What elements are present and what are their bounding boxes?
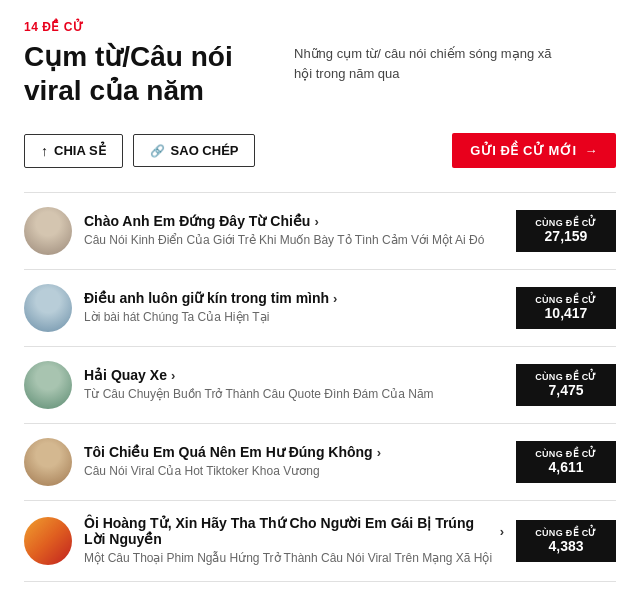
- action-row: CHIA SẺ SAO CHÉP GỬI ĐỀ CỬ MỚI: [24, 133, 616, 168]
- arrow-right-icon: [585, 143, 599, 158]
- item-title: Chào Anh Em Đứng Đây Từ Chiều ›: [84, 213, 504, 229]
- vote-badge[interactable]: CÙNG ĐỀ CỬ 7,475: [516, 364, 616, 406]
- item-subtitle: Câu Nói Kinh Điển Của Giới Trẻ Khi Muốn …: [84, 232, 504, 249]
- copy-label: SAO CHÉP: [171, 143, 239, 158]
- chevron-right-icon: ›: [314, 214, 318, 229]
- badge-count: 27,159: [526, 228, 606, 244]
- avatar: [24, 207, 72, 255]
- item-content: Ôi Hoàng Tử, Xin Hãy Tha Thứ Cho Người E…: [84, 515, 504, 567]
- submit-label: GỬI ĐỀ CỬ MỚI: [470, 143, 576, 158]
- vote-badge[interactable]: CÙNG ĐỀ CỬ 10,417: [516, 287, 616, 329]
- avatar: [24, 517, 72, 565]
- header-description: Những cụm từ/ câu nói chiếm sóng mạng xã…: [294, 44, 554, 83]
- list-item[interactable]: Hải Quay Xe › Từ Câu Chuyện Buồn Trở Thà…: [24, 347, 616, 424]
- item-content: Chào Anh Em Đứng Đây Từ Chiều › Câu Nói …: [84, 213, 504, 249]
- share-button[interactable]: CHIA SẺ: [24, 134, 123, 168]
- chevron-right-icon: ›: [500, 524, 504, 539]
- badge-label: CÙNG ĐỀ CỬ: [526, 218, 606, 228]
- badge-label: CÙNG ĐỀ CỬ: [526, 295, 606, 305]
- page-title: Cụm từ/Câu nói viral của năm: [24, 40, 264, 107]
- header-row: Cụm từ/Câu nói viral của năm Những cụm t…: [24, 40, 616, 115]
- list-item[interactable]: Chào Anh Em Đứng Đây Từ Chiều › Câu Nói …: [24, 193, 616, 270]
- list-item[interactable]: Tôi Chiều Em Quá Nên Em Hư Đúng Không › …: [24, 424, 616, 501]
- item-title: Hải Quay Xe ›: [84, 367, 504, 383]
- copy-icon: [150, 143, 165, 158]
- list-item[interactable]: Điều anh luôn giữ kín trong tim mình › L…: [24, 270, 616, 347]
- top-label: 14 ĐỀ CỬ: [24, 20, 616, 34]
- item-content: Điều anh luôn giữ kín trong tim mình › L…: [84, 290, 504, 326]
- item-list: Chào Anh Em Đứng Đây Từ Chiều › Câu Nói …: [24, 192, 616, 582]
- share-icon: [41, 143, 48, 159]
- badge-label: CÙNG ĐỀ CỬ: [526, 449, 606, 459]
- badge-count: 10,417: [526, 305, 606, 321]
- item-title: Tôi Chiều Em Quá Nên Em Hư Đúng Không ›: [84, 444, 504, 460]
- list-item[interactable]: Ôi Hoàng Tử, Xin Hãy Tha Thứ Cho Người E…: [24, 501, 616, 582]
- badge-label: CÙNG ĐỀ CỬ: [526, 528, 606, 538]
- vote-badge[interactable]: CÙNG ĐỀ CỬ 4,611: [516, 441, 616, 483]
- item-subtitle: Một Câu Thoại Phim Ngẫu Hứng Trở Thành C…: [84, 550, 504, 567]
- item-subtitle: Lời bài hát Chúng Ta Của Hiện Tại: [84, 309, 504, 326]
- header-left: Cụm từ/Câu nói viral của năm: [24, 40, 264, 115]
- avatar: [24, 284, 72, 332]
- avatar: [24, 361, 72, 409]
- item-title: Điều anh luôn giữ kín trong tim mình ›: [84, 290, 504, 306]
- item-content: Tôi Chiều Em Quá Nên Em Hư Đúng Không › …: [84, 444, 504, 480]
- chevron-right-icon: ›: [377, 445, 381, 460]
- item-title: Ôi Hoàng Tử, Xin Hãy Tha Thứ Cho Người E…: [84, 515, 504, 547]
- item-subtitle: Từ Câu Chuyện Buồn Trở Thành Câu Quote Đ…: [84, 386, 504, 403]
- copy-button[interactable]: SAO CHÉP: [133, 134, 256, 167]
- badge-count: 4,383: [526, 538, 606, 554]
- badge-label: CÙNG ĐỀ CỬ: [526, 372, 606, 382]
- badge-count: 7,475: [526, 382, 606, 398]
- avatar: [24, 438, 72, 486]
- badge-count: 4,611: [526, 459, 606, 475]
- item-subtitle: Câu Nói Viral Của Hot Tiktoker Khoa Vươn…: [84, 463, 504, 480]
- chevron-right-icon: ›: [333, 291, 337, 306]
- item-content: Hải Quay Xe › Từ Câu Chuyện Buồn Trở Thà…: [84, 367, 504, 403]
- vote-badge[interactable]: CÙNG ĐỀ CỬ 4,383: [516, 520, 616, 562]
- chevron-right-icon: ›: [171, 368, 175, 383]
- share-label: CHIA SẺ: [54, 143, 106, 158]
- submit-button[interactable]: GỬI ĐỀ CỬ MỚI: [452, 133, 616, 168]
- vote-badge[interactable]: CÙNG ĐỀ CỬ 27,159: [516, 210, 616, 252]
